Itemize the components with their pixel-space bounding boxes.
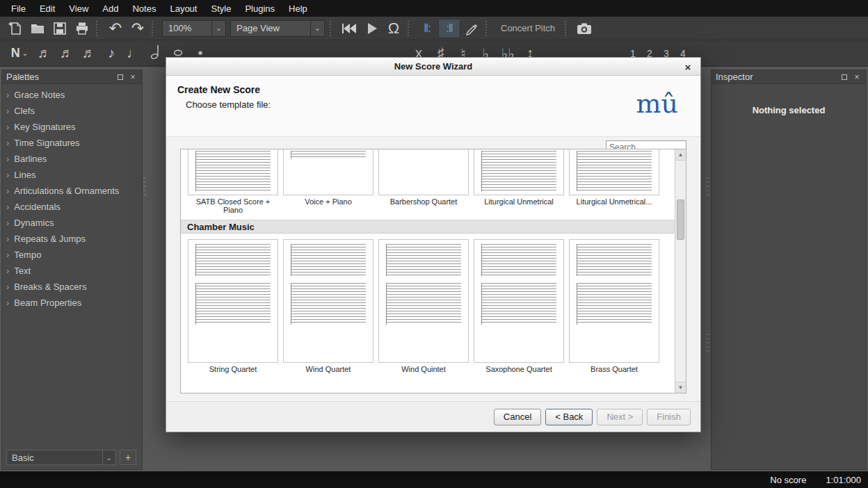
playback-position: 1:01:000 — [826, 475, 861, 485]
zoom-select[interactable]: 100% ⌄ — [162, 20, 226, 37]
scrollbar-thumb[interactable] — [677, 200, 684, 240]
note-input-mode-button[interactable]: N ⌄ — [6, 42, 33, 65]
rewind-button[interactable] — [338, 19, 360, 38]
template-card-liturgical-unmetrical[interactable]: Liturgical Unmetrical — [474, 149, 564, 214]
cancel-button[interactable]: Cancel — [494, 409, 541, 425]
palette-item-key-signatures[interactable]: ›Key Signatures — [2, 119, 142, 135]
palette-item-clefs[interactable]: ›Clefs — [2, 103, 142, 119]
chevron-right-icon: › — [6, 298, 9, 308]
palette-item-barlines[interactable]: ›Barlines — [2, 151, 142, 167]
template-card-liturgical-unmetrical-2[interactable]: Liturgical Unmetrical... — [569, 149, 659, 214]
metronome-button[interactable] — [460, 19, 483, 38]
menu-add[interactable]: Add — [95, 1, 125, 17]
save-button[interactable] — [49, 19, 71, 38]
note-64th-button[interactable]: ♬ — [33, 42, 56, 65]
dialog-subheading: Choose template file: — [186, 99, 700, 110]
palette-preset-value: Basic — [12, 453, 34, 463]
image-capture-button[interactable] — [573, 19, 595, 38]
panel-splitter-grip[interactable] — [143, 177, 146, 198]
menu-layout[interactable]: Layout — [163, 1, 204, 17]
template-card-string-quartet[interactable]: String Quartet — [188, 239, 278, 373]
palette-item-tempo[interactable]: ›Tempo — [2, 247, 142, 263]
dialog-titlebar[interactable]: New Score Wizard × — [166, 58, 700, 76]
undo-icon: ↶ — [109, 21, 122, 36]
close-icon[interactable]: × — [682, 60, 694, 73]
new-score-button[interactable] — [4, 19, 26, 38]
float-panel-icon[interactable] — [115, 72, 125, 82]
template-thumbnail — [474, 149, 564, 195]
scroll-down-icon[interactable]: ▼ — [675, 382, 686, 393]
template-card-saxophone-quartet[interactable]: Saxophone Quartet — [474, 239, 564, 373]
float-panel-icon[interactable] — [839, 72, 849, 82]
palette-item-label: Articulations & Ornaments — [14, 186, 119, 196]
loop-out-button[interactable]: :‖ — [438, 19, 460, 38]
menu-plugins[interactable]: Plugins — [238, 1, 282, 17]
close-icon[interactable]: × — [128, 72, 138, 82]
menu-file[interactable]: File — [4, 1, 33, 17]
template-label: Barbershop Quartet — [378, 197, 469, 206]
note-32nd-button[interactable]: ♬ — [56, 42, 78, 65]
add-palette-button[interactable]: + — [120, 450, 136, 465]
play-button[interactable] — [360, 19, 383, 38]
note-eighth-button[interactable]: ♪ — [100, 42, 122, 65]
chevron-right-icon: › — [6, 106, 9, 116]
back-button[interactable]: < Back — [545, 409, 593, 425]
chevron-right-icon: › — [6, 170, 9, 180]
palette-item-text[interactable]: ›Text — [2, 263, 142, 279]
palette-item-time-signatures[interactable]: ›Time Signatures — [2, 135, 142, 151]
open-folder-icon — [30, 21, 45, 36]
note-half-button[interactable] — [145, 42, 167, 65]
undo-button[interactable]: ↶ — [104, 19, 127, 38]
chevron-right-icon: › — [6, 202, 9, 212]
open-button[interactable] — [26, 19, 49, 38]
template-label: Wind Quartet — [283, 365, 373, 373]
inspector-panel: Inspector × Nothing selected — [711, 70, 867, 470]
menu-view[interactable]: View — [62, 1, 95, 17]
chevron-down-icon: ⌄ — [102, 450, 115, 464]
palette-item-accidentals[interactable]: ›Accidentals — [2, 199, 142, 215]
finish-button[interactable]: Finish — [647, 409, 691, 425]
toolbar-separator — [152, 21, 157, 36]
palette-item-breaks-spacers[interactable]: ›Breaks & Spacers — [2, 279, 142, 295]
menu-style[interactable]: Style — [204, 1, 238, 17]
note-quarter-button[interactable]: ♩ — [122, 42, 145, 65]
template-card-voice-piano[interactable]: Voice + Piano — [283, 149, 373, 214]
note-16th-button[interactable]: ♬ — [78, 42, 100, 65]
palette-item-label: Repeats & Jumps — [14, 234, 86, 244]
palette-item-grace-notes[interactable]: ›Grace Notes — [2, 87, 142, 103]
palette-item-repeats-jumps[interactable]: ›Repeats & Jumps — [2, 231, 142, 247]
redo-button[interactable]: ↷ — [127, 19, 149, 38]
palette-preset-select[interactable]: Basic ⌄ — [6, 450, 116, 465]
template-card-satb-piano[interactable]: SATB Closed Score + Piano — [188, 149, 278, 214]
menu-notes[interactable]: Notes — [125, 1, 163, 17]
loop-icon: Ω — [388, 21, 399, 36]
concert-pitch-toggle[interactable]: Concert Pitch — [494, 23, 562, 33]
panel-splitter-grip[interactable] — [706, 177, 709, 198]
chevron-right-icon: › — [6, 234, 9, 244]
template-scrollbar[interactable]: ▲ ▼ — [675, 149, 686, 393]
print-button[interactable] — [71, 19, 93, 38]
scroll-up-icon[interactable]: ▲ — [675, 149, 686, 161]
chevron-down-icon: ⌄ — [22, 49, 28, 57]
view-mode-select[interactable]: Page View ⌄ — [230, 20, 325, 37]
menu-edit[interactable]: Edit — [33, 1, 62, 17]
next-button[interactable]: Next > — [597, 409, 643, 425]
palette-item-articulations[interactable]: ›Articulations & Ornaments — [2, 183, 142, 199]
close-icon[interactable]: × — [852, 72, 862, 82]
palette-item-lines[interactable]: ›Lines — [2, 167, 142, 183]
template-card-brass-quartet[interactable]: Brass Quartet — [569, 239, 659, 373]
template-card-wind-quartet[interactable]: Wind Quartet — [283, 239, 373, 373]
palette-item-beam-properties[interactable]: ›Beam Properties — [2, 295, 142, 311]
note-16th-icon: ♬ — [82, 45, 96, 61]
loop-in-button[interactable]: ‖: — [416, 19, 438, 38]
redo-icon: ↷ — [131, 21, 144, 36]
palette-item-dynamics[interactable]: ›Dynamics — [2, 215, 142, 231]
toolbar-separator — [330, 21, 335, 36]
zoom-value: 100% — [168, 23, 191, 33]
menu-help[interactable]: Help — [282, 1, 314, 17]
template-card-barbershop-quartet[interactable]: Barbershop Quartet — [378, 149, 469, 214]
panel-splitter-grip[interactable] — [706, 334, 709, 355]
loop-playback-button[interactable]: Ω — [383, 19, 405, 38]
template-card-wind-quintet[interactable]: Wind Quintet — [378, 239, 469, 373]
chevron-right-icon: › — [6, 154, 9, 164]
